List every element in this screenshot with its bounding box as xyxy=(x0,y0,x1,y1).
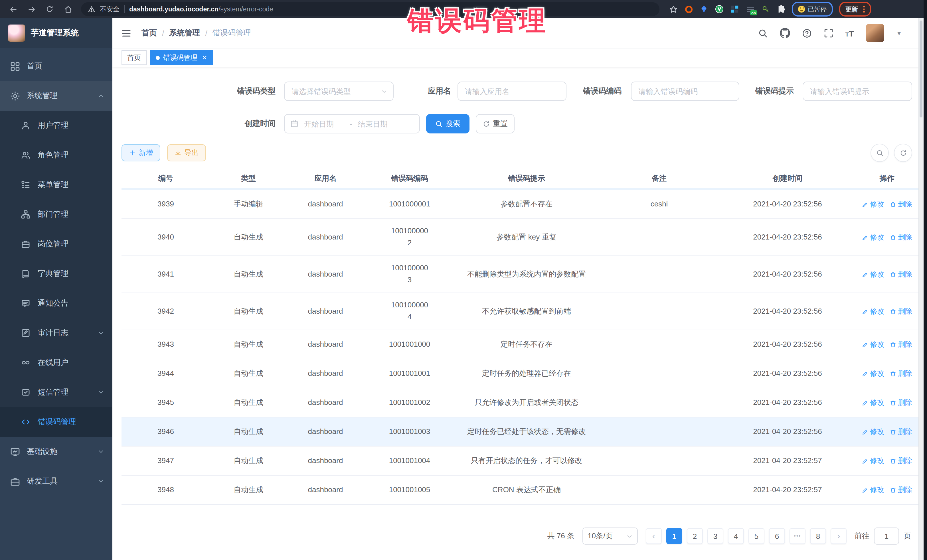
address-bar[interactable]: 不安全 dashboard.yudao.iocoder.cn/system/er… xyxy=(81,2,660,16)
font-size-icon[interactable]: TT xyxy=(845,29,854,37)
delete-link[interactable]: 删除 xyxy=(890,397,912,408)
breadcrumb-home[interactable]: 首页 xyxy=(141,28,157,38)
page-button-2[interactable]: 2 xyxy=(687,528,703,544)
date-end-input[interactable] xyxy=(357,119,399,129)
page-button-1[interactable]: 1 xyxy=(666,528,682,544)
sidebar-item-audit-log[interactable]: 审计日志 xyxy=(0,318,112,348)
extensions-puzzle-icon[interactable] xyxy=(777,5,786,14)
page-button-4[interactable]: 4 xyxy=(728,528,744,544)
next-page-button[interactable]: › xyxy=(831,528,846,544)
sidebar-item-menus[interactable]: 菜单管理 xyxy=(0,170,112,200)
github-icon[interactable] xyxy=(780,28,790,38)
browser-forward-icon[interactable] xyxy=(26,4,36,14)
app-name-input[interactable] xyxy=(464,87,560,96)
error-type-select-input[interactable] xyxy=(290,87,378,96)
edit-link[interactable]: 修改 xyxy=(862,306,884,317)
delete-link[interactable]: 删除 xyxy=(890,199,912,210)
help-icon[interactable] xyxy=(802,28,812,38)
edit-link[interactable]: 修改 xyxy=(862,455,884,466)
browser-menu-icon[interactable] xyxy=(863,6,865,12)
refresh-icon xyxy=(483,120,490,127)
sidebar-item-online-users[interactable]: 在线用户 xyxy=(0,348,112,378)
browser-update-button[interactable]: 更新 xyxy=(839,2,871,17)
edit-link[interactable]: 修改 xyxy=(862,368,884,379)
browser-home-icon[interactable] xyxy=(63,4,73,14)
app-name-input-box[interactable] xyxy=(457,82,567,101)
page-button-3[interactable]: 3 xyxy=(707,528,723,544)
extension-orange-icon[interactable] xyxy=(684,5,693,14)
app-title: 芋道管理系统 xyxy=(31,28,79,38)
sidebar-item-roles[interactable]: 角色管理 xyxy=(0,140,112,170)
goto-page-input[interactable] xyxy=(874,528,899,545)
extension-green-icon[interactable] xyxy=(715,5,724,14)
bookmark-star-icon[interactable] xyxy=(669,5,678,14)
prev-page-button[interactable]: ‹ xyxy=(646,528,662,544)
page-button-5[interactable]: 5 xyxy=(748,528,764,544)
delete-link[interactable]: 删除 xyxy=(890,455,912,466)
edit-link[interactable]: 修改 xyxy=(862,232,884,243)
error-msg-input-box[interactable] xyxy=(802,82,912,101)
profile-paused-badge[interactable]: 已暂停 xyxy=(792,2,833,17)
sidebar-item-dev-tools[interactable]: 研发工具 xyxy=(0,466,112,496)
sidebar-item-system[interactable]: 系统管理 xyxy=(0,81,112,111)
show-search-icon-button[interactable] xyxy=(871,144,889,162)
edit-link[interactable]: 修改 xyxy=(862,426,884,437)
page-button-6[interactable]: 6 xyxy=(769,528,785,544)
breadcrumb: 首页 / 系统管理 / 错误码管理 xyxy=(141,28,251,38)
delete-link[interactable]: 删除 xyxy=(890,484,912,496)
extension-key-icon[interactable] xyxy=(761,5,770,14)
sidebar-item-home[interactable]: 首页 xyxy=(0,51,112,81)
refresh-table-button[interactable] xyxy=(894,144,912,162)
export-button[interactable]: 导出 xyxy=(167,144,206,161)
page-size-select[interactable]: 10条/页 xyxy=(582,528,638,545)
delete-link[interactable]: 删除 xyxy=(890,269,912,280)
sidebar-item-users[interactable]: 用户管理 xyxy=(0,111,112,140)
extension-gem-icon[interactable] xyxy=(699,5,708,14)
edit-link[interactable]: 修改 xyxy=(862,484,884,496)
close-tab-icon[interactable]: ✕ xyxy=(202,54,207,61)
extension-grid-icon[interactable] xyxy=(730,5,739,14)
user-avatar[interactable] xyxy=(866,24,884,42)
delete-link[interactable]: 删除 xyxy=(890,426,912,437)
edit-link[interactable]: 修改 xyxy=(862,269,884,280)
header-search-icon[interactable] xyxy=(758,28,768,38)
sidebar-item-dict[interactable]: 字典管理 xyxy=(0,259,112,288)
page-scrollbar[interactable] xyxy=(918,18,924,560)
delete-link[interactable]: 删除 xyxy=(890,306,912,317)
delete-link[interactable]: 删除 xyxy=(890,339,912,350)
delete-link[interactable]: 删除 xyxy=(890,368,912,379)
edit-link[interactable]: 修改 xyxy=(862,199,884,210)
hamburger-icon[interactable] xyxy=(122,28,131,38)
table-row: 3939手动编辑dashboard1001000001参数配置不存在ceshi2… xyxy=(122,190,919,219)
error-msg-input[interactable] xyxy=(809,87,906,96)
tab-home[interactable]: 首页 xyxy=(122,50,147,65)
fullscreen-icon[interactable] xyxy=(824,28,833,38)
sidebar-item-notice[interactable]: 通知公告 xyxy=(0,288,112,318)
search-button[interactable]: 搜索 xyxy=(426,114,470,134)
breadcrumb-system[interactable]: 系统管理 xyxy=(169,28,200,38)
error-code-input[interactable] xyxy=(637,87,733,96)
reset-button[interactable]: 重置 xyxy=(476,114,515,134)
delete-link[interactable]: 删除 xyxy=(890,232,912,243)
sidebar-item-departments[interactable]: 部门管理 xyxy=(0,200,112,229)
sidebar-item-posts[interactable]: 岗位管理 xyxy=(0,229,112,259)
add-button[interactable]: 新增 xyxy=(122,144,160,161)
tab-error-code[interactable]: 错误码管理✕ xyxy=(150,50,213,65)
browser-back-icon[interactable] xyxy=(8,4,18,14)
error-type-select[interactable] xyxy=(284,82,394,101)
browser-reload-icon[interactable] xyxy=(44,4,55,14)
sidebar-item-sms[interactable]: 短信管理 xyxy=(0,378,112,407)
more-pages-button[interactable]: ••• xyxy=(790,528,805,544)
sidebar-item-error-code[interactable]: 错误码管理 xyxy=(0,407,112,437)
avatar-dropdown-icon[interactable]: ▼ xyxy=(896,30,902,36)
extension-switch-icon[interactable]: on xyxy=(746,5,755,14)
sidebar-item-infra[interactable]: 基础设施 xyxy=(0,437,112,466)
col-header-type: 类型 xyxy=(210,169,287,188)
page-button-8[interactable]: 8 xyxy=(810,528,826,544)
error-code-input-box[interactable] xyxy=(631,82,739,101)
date-range-picker[interactable]: - xyxy=(284,114,420,134)
edit-link[interactable]: 修改 xyxy=(862,397,884,408)
date-start-input[interactable] xyxy=(303,119,345,129)
edit-link[interactable]: 修改 xyxy=(862,339,884,350)
scrollbar-thumb[interactable] xyxy=(919,21,922,117)
